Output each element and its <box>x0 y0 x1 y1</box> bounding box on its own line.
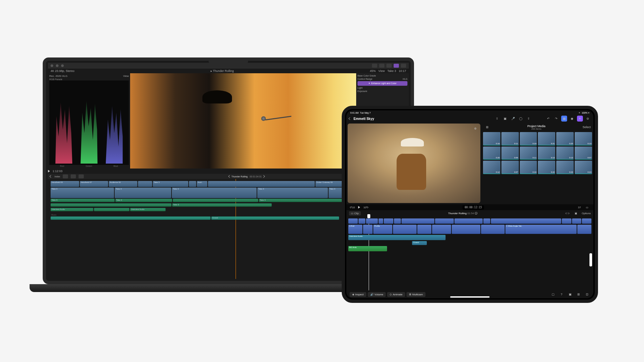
media-thumbnail[interactable] <box>483 161 500 174</box>
share-icon[interactable]: ⇧ <box>526 116 532 122</box>
pip-icon[interactable]: ▭ <box>584 204 590 210</box>
index-chevron[interactable] <box>50 175 52 178</box>
play-button[interactable] <box>358 206 360 209</box>
volume-button[interactable]: 🔊 Volume <box>368 292 386 297</box>
tool-1-icon[interactable]: ▢ <box>550 291 556 297</box>
import-icon[interactable]: ⇪ <box>494 116 500 122</box>
timeline-clip[interactable] <box>363 225 373 234</box>
timeline-clip[interactable] <box>452 225 480 234</box>
clip-mode-button[interactable]: ▭ Clip <box>349 211 361 215</box>
options-menu[interactable]: Options <box>582 212 591 215</box>
history-fwd-icon[interactable] <box>262 175 264 177</box>
scope-view-menu[interactable]: View <box>123 75 129 78</box>
history-back-icon[interactable] <box>228 175 231 177</box>
skip-back-button[interactable]: ↺10 <box>350 206 355 209</box>
media-thumbnail[interactable] <box>520 132 537 146</box>
settings-icon[interactable]: ⊖ <box>585 116 591 122</box>
enhance-button[interactable]: ✦ Enhance Light and Color <box>357 81 407 86</box>
magnetic-icon[interactable]: ⊂⊃ <box>564 210 570 216</box>
timeline-clip[interactable] <box>394 218 401 224</box>
info-icon[interactable]: ⓘ <box>475 212 477 215</box>
timeline-clip[interactable] <box>454 218 483 224</box>
inspect-button[interactable]: ◈ Inspect <box>350 292 366 297</box>
share-icon[interactable] <box>401 64 406 68</box>
timeline-clip[interactable]: 1 Wide Angle Tak. <box>505 225 577 234</box>
zoom-level[interactable]: 45% <box>370 69 376 73</box>
track-interview-audio[interactable]: Interview Audio <box>348 235 591 240</box>
timeline-clip[interactable]: Take 3 <box>51 199 115 202</box>
timeline-clip[interactable]: Interview Audio <box>130 208 166 211</box>
traffic-light-min[interactable] <box>56 64 58 67</box>
timeline-project[interactable]: Thunder Rolling <box>231 175 247 178</box>
timecode-display[interactable]: 00:00:12:15 <box>463 205 484 210</box>
media-thumbnail[interactable] <box>556 161 574 174</box>
record-icon[interactable]: ◯ <box>518 116 524 122</box>
inspector-toggle-icon[interactable] <box>394 64 399 68</box>
voiceover-icon[interactable]: 🎤 <box>510 116 516 122</box>
media-grid[interactable] <box>483 132 592 174</box>
skip-fwd-button[interactable]: 10↻ <box>363 206 369 209</box>
track-primary[interactable]: A RollProfile1 Wide Angle Tak. <box>348 225 591 234</box>
playhead-handle[interactable] <box>367 214 370 218</box>
clip-interview-audio[interactable]: Interview Audio <box>348 235 446 240</box>
history-undo-icon[interactable]: ↶ <box>545 116 551 122</box>
timeline-clip[interactable] <box>51 216 211 220</box>
animate-button[interactable]: ◇ Animate <box>387 292 405 297</box>
select-button[interactable]: Select <box>583 125 591 129</box>
clip-crowd[interactable]: Crowd <box>412 241 426 245</box>
ipad-timeline[interactable]: A RollProfile1 Wide Angle Tak. Interview… <box>346 216 593 290</box>
media-thumbnail[interactable] <box>538 161 555 174</box>
timeline-clip[interactable] <box>138 181 152 187</box>
timeline-clip[interactable]: Take 3 <box>172 203 272 207</box>
media-thumbnail[interactable] <box>483 132 500 146</box>
multicam-button[interactable]: ⊞ Multicam <box>406 292 426 297</box>
media-thumbnail[interactable] <box>483 147 500 160</box>
tool-blade-icon[interactable] <box>79 174 84 178</box>
media-thumbnail[interactable] <box>575 147 592 160</box>
traffic-light-max[interactable] <box>61 64 64 67</box>
help-icon[interactable]: ? <box>559 291 564 297</box>
timeline-clip[interactable]: A Roll <box>348 225 362 234</box>
timeline-clip[interactable]: Take 3 <box>257 188 328 198</box>
project-title[interactable]: Emmett Skyy <box>354 117 374 121</box>
clip-bg-amb[interactable]: BG Amb <box>348 246 387 251</box>
timeline-clip[interactable] <box>366 218 378 224</box>
timeline-clip[interactable] <box>393 225 417 234</box>
timeline-clip[interactable] <box>562 218 571 224</box>
library-icon[interactable] <box>379 64 384 68</box>
effects-icon[interactable]: ✦ <box>577 116 583 122</box>
media-thumbnail[interactable] <box>556 147 574 160</box>
camera-icon[interactable]: ▣ <box>502 116 508 122</box>
track-connected[interactable] <box>348 218 591 224</box>
timeline-clip[interactable] <box>379 218 383 224</box>
timeline-clip[interactable]: Audi.. <box>197 181 207 187</box>
play-button[interactable] <box>48 170 50 172</box>
media-thumbnail[interactable] <box>501 161 519 174</box>
timeline-clip[interactable] <box>348 218 358 224</box>
timeline-clip[interactable]: Take 3 <box>153 181 188 187</box>
timeline-clip[interactable] <box>189 181 196 187</box>
timeline-clip[interactable]: Take 3 <box>115 199 172 202</box>
timeline-clip[interactable]: Interview Audio <box>51 208 93 211</box>
grid-view-icon[interactable]: ⊞ <box>484 124 490 130</box>
media-thumbnail[interactable] <box>538 132 555 146</box>
timeline-clip[interactable] <box>208 181 315 187</box>
viewer-panel[interactable] <box>130 73 356 169</box>
layout-icon[interactable] <box>372 64 377 68</box>
media-thumbnail[interactable] <box>520 161 537 174</box>
timeline-clip[interactable] <box>384 218 393 224</box>
scope-mode[interactable]: RGB Parade <box>49 78 129 80</box>
timeline-clip[interactable]: Take 3 <box>51 188 114 198</box>
media-thumbnail[interactable] <box>575 161 592 174</box>
tool-5-icon[interactable]: ⊡ <box>584 291 590 297</box>
tool-4-icon[interactable]: ⊞ <box>576 291 582 297</box>
timeline-clip[interactable] <box>481 225 505 234</box>
timeline-clip[interactable]: Crowd <box>211 216 339 220</box>
snap-icon[interactable]: ▣ <box>573 210 579 216</box>
viewer-settings-icon[interactable]: ⊕ <box>472 125 478 131</box>
timeline-clip[interactable] <box>491 218 561 224</box>
track-crowd[interactable]: Crowd <box>348 241 591 245</box>
timeline-clip[interactable] <box>577 225 591 234</box>
ipad-viewer[interactable]: ⊕ <box>348 124 480 203</box>
titles-icon[interactable]: ◉ <box>569 116 575 122</box>
